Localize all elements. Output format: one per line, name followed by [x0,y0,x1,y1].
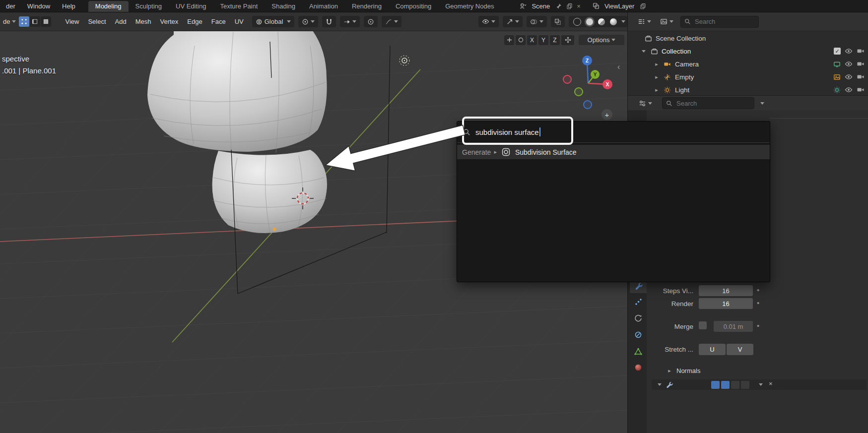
tab-compositing[interactable]: Compositing [389,1,438,12]
disable-in-render-icon[interactable] [857,60,865,68]
collection-checkbox[interactable]: ✓ [834,48,841,55]
modifier-panel-header[interactable]: × [652,379,867,390]
render-animate-dot[interactable]: • [757,299,759,307]
axis-x-button[interactable]: X [527,35,537,45]
menu-edge[interactable]: Edge [183,18,206,25]
vertex-select-mode-button[interactable] [19,16,29,27]
tab-shading[interactable]: Shading [265,1,302,12]
modifier-close-icon[interactable]: × [769,380,773,387]
properties-search-input[interactable] [662,97,754,109]
unlink-scene-icon[interactable]: × [575,2,583,10]
outliner-search-input[interactable] [680,16,759,28]
navigation-gizmo[interactable]: Z Y X [560,53,619,112]
stretch-u-button[interactable]: U [699,344,726,355]
menu-uv[interactable]: UV [230,18,248,25]
gizmo-x-neg-axis[interactable] [563,75,572,84]
editor-mode-dropdown[interactable]: de [0,18,19,25]
show-object-types-dropdown[interactable] [478,16,499,27]
tab-texture-paint[interactable]: Texture Paint [213,1,265,12]
gizmo-y-axis[interactable]: Y [591,70,600,79]
modifier-extras-dropdown[interactable] [759,383,763,386]
scene-name[interactable]: Scene [529,2,553,10]
face-select-mode-button[interactable] [41,16,51,27]
viewlayer-browse-icon[interactable] [592,2,600,10]
search-result-subdivision-surface[interactable]: Generate ▸ Subdivision Surface [457,145,770,159]
tab-sculpting[interactable]: Sculpting [129,1,169,12]
gizmo-y-neg-axis[interactable] [574,87,583,96]
merge-distance-field[interactable]: 0.01 m [714,321,753,332]
axis-z-button[interactable]: Z [550,35,560,45]
solid-shading-icon[interactable] [586,18,593,25]
xray-toggle[interactable] [551,16,565,27]
image-data-icon[interactable] [833,73,841,81]
steps-animate-dot[interactable]: • [757,286,759,294]
modifier-render-toggle[interactable] [731,381,739,389]
proportional-editing-toggle[interactable] [364,16,378,27]
outliner-row-scene-collection[interactable]: Scene Collection [628,32,868,45]
disable-in-render-icon[interactable] [857,86,865,94]
menu-window[interactable]: Window [21,2,56,10]
tab-geometry-nodes[interactable]: Geometry Nodes [438,1,501,12]
viewport-widget-icon-a[interactable] [504,35,514,45]
menu-select[interactable]: Select [83,18,110,25]
hide-in-viewport-icon[interactable] [845,86,853,94]
collapse-region-icon[interactable]: ‹ [617,62,620,71]
properties-editor-icon[interactable] [639,100,652,107]
outliner-row-light[interactable]: ▸ Light [628,83,868,96]
render-steps-field[interactable]: 16 [699,298,753,309]
modifier-realtime-toggle[interactable] [721,381,730,389]
outliner-filter-dropdown[interactable] [660,18,673,25]
light-point-icon[interactable] [833,86,841,94]
menu-view[interactable]: View [61,18,83,25]
properties-options-icon[interactable] [760,102,764,105]
snap-toggle[interactable] [322,16,336,27]
new-viewlayer-icon[interactable] [639,2,647,10]
material-tab-icon[interactable] [630,360,647,375]
outliner-display-mode-dropdown[interactable] [638,18,651,25]
zoom-in-button[interactable]: + [601,109,612,120]
gizmo-z-neg-axis[interactable] [583,100,592,109]
gizmos-dropdown[interactable] [503,16,523,27]
merge-animate-dot[interactable]: • [757,321,759,330]
stretch-v-button[interactable]: V [727,344,753,355]
hide-in-viewport-icon[interactable] [845,73,853,81]
options-dropdown[interactable]: Options [579,35,624,45]
transform-orientation-dropdown[interactable]: Global [252,16,295,27]
normals-section-header[interactable]: ▸ Normals [667,367,700,374]
hide-in-viewport-icon[interactable] [845,47,853,55]
disable-in-render-icon[interactable] [857,47,865,55]
overlays-dropdown[interactable] [527,16,547,27]
outliner-row-camera[interactable]: ▸ Camera [628,58,868,70]
wireframe-shading-icon[interactable] [573,18,581,26]
gizmo-x-axis[interactable]: X [602,79,612,89]
tab-animation[interactable]: Animation [302,1,345,12]
material-shading-icon[interactable] [598,18,605,25]
physics-tab-icon[interactable] [630,311,647,326]
move-gizmo-icon[interactable] [561,35,574,45]
steps-viewport-field[interactable]: 16 [699,285,753,296]
menu-face[interactable]: Face [207,18,230,25]
axis-y-button[interactable]: Y [538,35,548,45]
constraints-tab-icon[interactable] [630,327,647,342]
hide-in-viewport-icon[interactable] [845,60,853,68]
menu-help[interactable]: Help [56,2,81,10]
particles-tab-icon[interactable] [630,295,647,309]
gizmo-z-axis[interactable]: Z [582,56,592,65]
disable-in-render-icon[interactable] [857,73,865,81]
menu-add[interactable]: Add [111,18,131,25]
modifier-search-input[interactable]: subdivision surface [457,122,770,143]
proportional-falloff-dropdown[interactable] [382,16,401,27]
pin-icon[interactable] [554,2,562,10]
outliner-row-collection[interactable]: Collection ✓ [628,45,868,58]
tab-modeling[interactable]: Modeling [88,1,129,12]
viewlayer-name[interactable]: ViewLayer [601,2,637,10]
viewport-widget-icon-b[interactable] [516,35,526,45]
active-camera-icon[interactable] [833,61,841,68]
rendered-shading-icon[interactable] [610,18,617,25]
tab-rendering[interactable]: Rendering [345,1,389,12]
tab-uv-editing[interactable]: UV Editing [169,1,213,12]
menu-render[interactable]: der [0,2,21,10]
edge-select-mode-button[interactable] [30,16,40,27]
merge-checkbox[interactable] [699,321,707,329]
snap-with-dropdown[interactable] [340,16,360,27]
